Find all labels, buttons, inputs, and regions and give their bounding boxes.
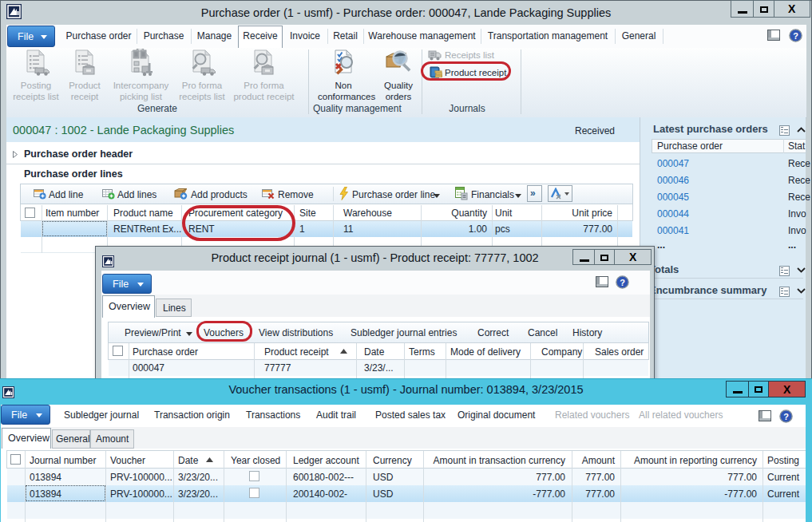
svg-text:?: ? — [783, 412, 789, 421]
svg-text:?: ? — [620, 278, 625, 287]
svg-text:?: ? — [793, 31, 798, 41]
